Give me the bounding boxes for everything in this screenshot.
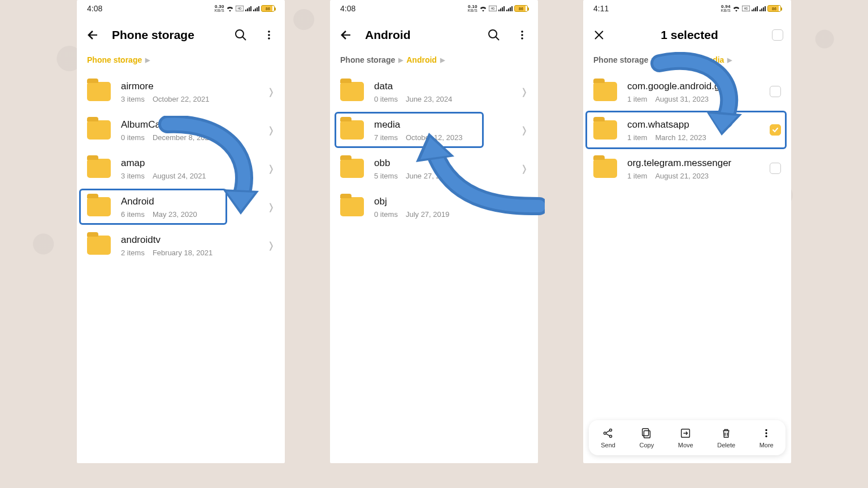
breadcrumb-item[interactable]: Android xyxy=(406,55,437,64)
chevron-right-icon: ❭ xyxy=(520,202,528,212)
svg-point-2 xyxy=(236,30,244,38)
breadcrumb-item[interactable]: Android xyxy=(659,55,690,64)
action-send[interactable]: Send xyxy=(601,427,615,448)
row-checkbox[interactable] xyxy=(770,86,781,97)
search-icon[interactable] xyxy=(486,27,502,43)
breadcrumb[interactable]: Phone storage ▶ xyxy=(77,53,285,72)
row-checkbox[interactable] xyxy=(770,124,781,136)
folder-row-highlighted[interactable]: Android 6 itemsMay 23, 2020 ❭ xyxy=(77,188,285,226)
action-delete[interactable]: Delete xyxy=(717,427,735,448)
folder-row[interactable]: AlbumCache 0 itemsDecember 8, 2020 ❭ xyxy=(77,111,285,149)
folder-date: February 18, 2021 xyxy=(153,249,212,257)
action-move[interactable]: Move xyxy=(678,427,693,448)
folder-row[interactable]: com.google.android.gm 1 itemAugust 31, 2… xyxy=(583,72,791,111)
folder-name: amap xyxy=(121,157,257,169)
folder-icon xyxy=(593,159,617,178)
volte-icon: HD xyxy=(489,6,497,11)
svg-point-6 xyxy=(268,37,270,40)
folder-row[interactable]: data 0 itemsJune 23, 2024 ❭ xyxy=(330,72,538,111)
folder-row[interactable]: androidtv 2 itemsFebruary 18, 2021 ❭ xyxy=(77,226,285,264)
folder-item-count: 1 item xyxy=(627,133,647,142)
folder-row[interactable]: obj 0 itemsJuly 27, 2019 ❭ xyxy=(330,188,538,226)
signal-bars-icon xyxy=(506,6,513,11)
status-bar: 4:11 0.94KB/S HD 86 xyxy=(583,0,791,17)
svg-point-5 xyxy=(268,34,270,36)
folder-row[interactable]: airmore 3 itemsOctober 22, 2021 ❭ xyxy=(77,72,285,111)
signal-bars-icon xyxy=(760,6,766,11)
folder-date: June 27, 2023 xyxy=(406,172,452,180)
chevron-right-icon: ▶ xyxy=(652,56,656,64)
wifi-icon xyxy=(732,5,740,12)
folder-icon xyxy=(87,120,111,140)
folder-row[interactable]: org.telegram.messenger 1 itemAugust 21, … xyxy=(583,149,791,188)
folder-item-count: 7 items xyxy=(374,133,398,142)
folder-row-highlighted[interactable]: com.whatsapp 1 itemMarch 12, 2023 xyxy=(583,111,791,149)
folder-icon xyxy=(87,236,111,255)
svg-text:HD: HD xyxy=(237,7,242,10)
breadcrumb-item[interactable]: media xyxy=(701,55,724,64)
chevron-right-icon: ❭ xyxy=(520,86,528,97)
folder-name: media xyxy=(374,119,510,131)
signal-bars-icon xyxy=(245,6,251,11)
breadcrumb-item[interactable]: Phone storage xyxy=(87,55,142,64)
back-arrow-icon[interactable] xyxy=(85,27,101,43)
back-arrow-icon[interactable] xyxy=(338,27,354,43)
folder-list: com.google.android.gm 1 itemAugust 31, 2… xyxy=(583,72,791,188)
svg-point-15 xyxy=(521,37,523,40)
svg-line-3 xyxy=(242,37,246,40)
svg-point-22 xyxy=(610,435,612,437)
folder-date: October 22, 2021 xyxy=(153,95,209,103)
svg-text:HD: HD xyxy=(491,7,495,10)
folder-item-count: 0 items xyxy=(374,210,398,219)
action-more[interactable]: More xyxy=(760,427,774,448)
breadcrumb-item[interactable]: Phone storage xyxy=(593,55,648,64)
phone-screen-2: 4:08 0.10KB/S HD 86 Android xyxy=(330,0,538,463)
folder-item-count: 6 items xyxy=(121,210,145,219)
folder-list: airmore 3 itemsOctober 22, 2021 ❭ AlbumC… xyxy=(77,72,285,264)
chevron-right-icon: ❭ xyxy=(520,125,528,136)
chevron-right-icon: ❭ xyxy=(267,202,275,212)
action-copy[interactable]: Copy xyxy=(640,427,654,448)
svg-point-26 xyxy=(766,429,767,431)
breadcrumb[interactable]: Phone storage ▶ Android ▶ xyxy=(330,53,538,72)
chevron-right-icon: ❭ xyxy=(267,240,275,251)
folder-icon xyxy=(340,197,364,216)
action-label: Send xyxy=(601,442,615,448)
battery-icon: 86 xyxy=(514,5,528,12)
close-icon[interactable] xyxy=(591,27,607,43)
search-icon[interactable] xyxy=(233,27,249,43)
action-label: Copy xyxy=(640,442,654,448)
folder-date: August 31, 2023 xyxy=(655,95,709,103)
folder-icon xyxy=(340,159,364,178)
network-speed: 0.30KB/S xyxy=(215,5,224,12)
app-topbar: 1 selected xyxy=(583,17,791,53)
folder-date: August 24, 2021 xyxy=(153,172,206,180)
more-vertical-icon[interactable] xyxy=(261,27,277,43)
svg-point-28 xyxy=(766,435,767,437)
network-speed: 0.94KB/S xyxy=(721,5,731,12)
folder-name: androidtv xyxy=(121,234,257,246)
status-bar: 4:08 0.30KB/S HD 86 xyxy=(77,0,285,17)
signal-bars-icon xyxy=(752,6,758,11)
svg-rect-24 xyxy=(643,429,649,436)
folder-date: July 27, 2019 xyxy=(406,210,449,219)
row-checkbox[interactable] xyxy=(770,163,781,174)
folder-row-highlighted[interactable]: media 7 itemsOctober 12, 2023 ❭ xyxy=(330,111,538,149)
action-label: Delete xyxy=(717,442,735,448)
folder-row[interactable]: obb 5 itemsJune 27, 2023 ❭ xyxy=(330,149,538,188)
folder-list: data 0 itemsJune 23, 2024 ❭ media 7 item… xyxy=(330,72,538,226)
breadcrumb[interactable]: Phone storage ▶ Android ▶ media ▶ xyxy=(583,53,791,72)
folder-row[interactable]: amap 3 itemsAugust 24, 2021 ❭ xyxy=(77,149,285,188)
folder-name: obj xyxy=(374,195,510,208)
folder-icon xyxy=(87,197,111,216)
select-all-checkbox[interactable] xyxy=(772,29,783,41)
folder-item-count: 0 items xyxy=(121,133,145,142)
breadcrumb-item[interactable]: Phone storage xyxy=(340,55,395,64)
volte-icon: HD xyxy=(742,6,750,11)
status-time: 4:08 xyxy=(87,4,102,13)
svg-point-4 xyxy=(268,30,270,33)
more-vertical-icon[interactable] xyxy=(514,27,530,43)
chevron-right-icon: ❭ xyxy=(267,125,275,136)
svg-point-14 xyxy=(521,34,523,36)
app-topbar: Android xyxy=(330,17,538,53)
